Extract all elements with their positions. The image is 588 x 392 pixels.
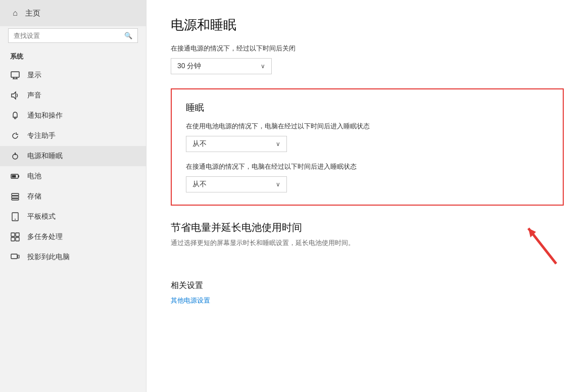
save-battery-title: 节省电量并延长电池使用时间: [171, 221, 512, 234]
svg-rect-19: [11, 233, 15, 236]
svg-rect-14: [12, 193, 19, 195]
search-input[interactable]: [14, 32, 120, 39]
sidebar-item-battery[interactable]: 电池: [0, 166, 146, 186]
notify-icon: [10, 111, 20, 121]
svg-marker-4: [12, 92, 16, 99]
power-icon: [10, 151, 20, 161]
svg-rect-16: [12, 199, 19, 200]
power-sleep-chevron: ∨: [276, 181, 280, 188]
sidebar-item-label: 电池: [27, 172, 41, 181]
sleep-section-title: 睡眠: [186, 102, 549, 114]
screen-dropdown[interactable]: 30 分钟 ∨: [171, 58, 272, 74]
sound-icon: [10, 90, 20, 101]
battery-icon: [10, 171, 20, 181]
sidebar-item-label: 投影到此电脑: [27, 253, 70, 262]
sidebar-item-display[interactable]: 显示: [0, 65, 146, 85]
sidebar-item-tablet[interactable]: 平板模式: [0, 207, 146, 227]
sidebar-item-focus[interactable]: 专注助手: [0, 126, 146, 146]
display-icon: [10, 70, 20, 80]
svg-rect-0: [11, 72, 19, 77]
sidebar-item-label: 电源和睡眠: [27, 152, 63, 161]
sidebar-item-power[interactable]: 电源和睡眠: [0, 146, 146, 166]
sidebar-home-label: 主页: [25, 9, 40, 18]
sleep-section: 睡眠 在使用电池电源的情况下，电脑在经过以下时间后进入睡眠状态 从不 ∨ 在接通…: [171, 88, 564, 206]
sidebar-item-label: 存储: [27, 192, 41, 201]
save-battery-section: 节省电量并延长电池使用时间 通过选择更短的屏幕显示时长和睡眠设置，延长电池使用时…: [171, 221, 564, 266]
red-arrow-indicator: [518, 221, 564, 266]
storage-icon: [10, 191, 20, 202]
sidebar-section-label: 系统: [0, 49, 146, 65]
related-link[interactable]: 其他电源设置: [171, 297, 210, 304]
battery-sleep-label: 在使用电池电源的情况下，电脑在经过以下时间后进入睡眠状态: [186, 122, 549, 131]
svg-rect-20: [16, 233, 19, 236]
screen-section-label: 在接通电源的情况下，经过以下时间后关闭: [171, 44, 564, 53]
sidebar-item-label: 声音: [27, 91, 41, 100]
save-battery-desc: 通过选择更短的屏幕显示时长和睡眠设置，延长电池使用时间。: [171, 238, 512, 248]
svg-rect-21: [11, 237, 15, 241]
sidebar-item-label: 多任务处理: [27, 232, 63, 241]
svg-rect-15: [12, 196, 19, 198]
battery-sleep-value: 从不: [192, 139, 207, 149]
related-section: 相关设置 其他电源设置: [171, 280, 564, 305]
power-sleep-value: 从不: [192, 180, 207, 189]
project-icon: [10, 252, 20, 262]
svg-rect-13: [12, 175, 16, 178]
page-title: 电源和睡眠: [171, 16, 564, 34]
screen-dropdown-value: 30 分钟: [177, 62, 201, 71]
battery-sleep-chevron: ∨: [276, 140, 280, 148]
screen-dropdown-chevron: ∨: [261, 63, 265, 70]
svg-rect-24: [18, 255, 19, 258]
home-icon: [10, 8, 20, 18]
tablet-icon: [10, 212, 20, 222]
multitask-icon: [10, 232, 20, 242]
svg-point-18: [15, 219, 16, 220]
related-title: 相关设置: [171, 280, 564, 291]
power-sleep-label: 在接通电源的情况下，电脑在经过以下时间后进入睡眠状态: [186, 162, 549, 171]
sidebar-item-storage[interactable]: 存储: [0, 186, 146, 207]
sidebar-item-label: 专注助手: [27, 131, 56, 140]
sidebar-item-project[interactable]: 投影到此电脑: [0, 247, 146, 267]
search-box[interactable]: [8, 28, 138, 43]
svg-rect-22: [16, 237, 19, 241]
sidebar-item-label: 平板模式: [27, 212, 56, 221]
main-content: 电源和睡眠 在接通电源的情况下，经过以下时间后关闭 30 分钟 ∨ 睡眠 在使用…: [146, 0, 588, 392]
power-sleep-dropdown[interactable]: 从不 ∨: [186, 176, 287, 192]
sidebar: 主页 系统 显示 声音 通知和操作 专注助手 电源和睡眠: [0, 0, 146, 392]
search-icon: [124, 32, 132, 39]
sidebar-item-notify[interactable]: 通知和操作: [0, 106, 146, 126]
sidebar-item-label: 通知和操作: [27, 111, 63, 120]
sidebar-item-sound[interactable]: 声音: [0, 85, 146, 106]
sidebar-item-multitask[interactable]: 多任务处理: [0, 227, 146, 247]
sidebar-home-item[interactable]: 主页: [0, 0, 146, 26]
battery-sleep-dropdown[interactable]: 从不 ∨: [186, 136, 287, 152]
svg-rect-23: [11, 254, 17, 259]
focus-icon: [10, 131, 20, 141]
sidebar-item-label: 显示: [27, 71, 41, 80]
